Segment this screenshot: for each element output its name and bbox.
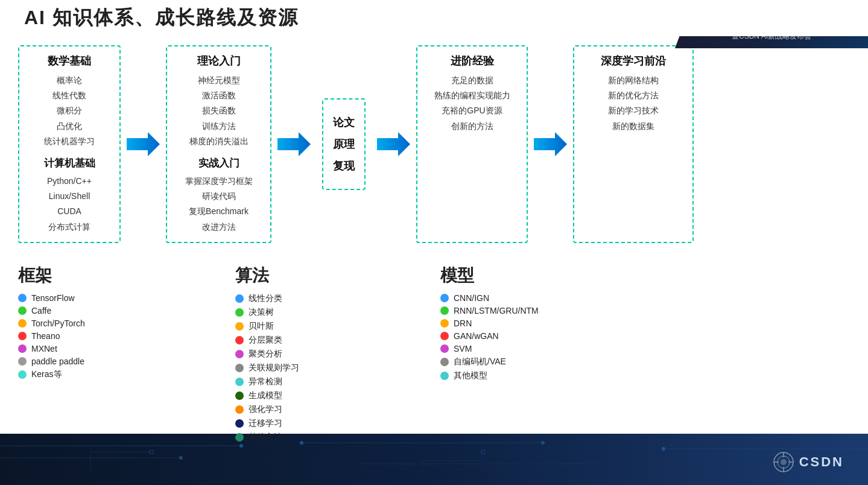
dot-gan (440, 332, 449, 340)
list-item: 分层聚类 (235, 335, 392, 346)
deep-item-1: 新的网络结构 (584, 73, 683, 88)
label-bayes: 贝叶斯 (249, 321, 274, 332)
advanced-item-4: 创新的方法 (427, 119, 517, 134)
list-item: Torch/PyTorch (18, 319, 187, 328)
svg-point-20 (781, 459, 787, 465)
algorithms-list: 线性分类 决策树 贝叶斯 分层聚类 聚类分析 (235, 293, 392, 443)
theory-item-1: 神经元模型 (177, 73, 261, 88)
paper-inner: 论文 原理 复现 (322, 98, 366, 190)
models-label: 模型 (440, 264, 633, 287)
dot-gen (235, 391, 244, 400)
dot-cluster (235, 336, 244, 344)
list-item: MXNet (18, 344, 187, 353)
frameworks-list: TensorFlow Caffe Torch/PyTorch Theano MX… (18, 293, 187, 380)
list-item: TensorFlow (18, 293, 187, 303)
deep-item-3: 新的学习技术 (584, 103, 683, 118)
arrow-1 (121, 45, 166, 243)
label-keras: Keras等 (31, 369, 62, 380)
dot-mxnet (18, 344, 27, 353)
cs-item-1: Python/C++ (29, 174, 110, 189)
dot-cnn (440, 294, 449, 302)
practice-item-4: 改进方法 (177, 220, 261, 235)
deep-learning-box: 深度学习前沿 新的网络结构 新的优化方法 新的学习技术 新的数据集 (573, 45, 694, 243)
math-foundation-box: 数学基础 概率论 线性代数 微积分 凸优化 统计机器学习 计算机基础 Pytho… (18, 45, 121, 243)
dot-caffe (18, 306, 27, 315)
list-item: 强化学习 (235, 404, 392, 415)
list-item: 其他模型 (440, 370, 633, 381)
frameworks-column: 框架 TensorFlow Caffe Torch/PyTorch Theano (18, 264, 187, 443)
math-item-5: 统计机器学习 (29, 134, 110, 149)
advanced-item-3: 充裕的GPU资源 (427, 103, 517, 118)
list-item: 异常检测 (235, 376, 392, 387)
list-item: 线性分类 (235, 293, 392, 304)
theory-title: 理论入门 (177, 54, 261, 68)
label-cluster2: 聚类分析 (249, 349, 282, 360)
arrow-4 (528, 45, 573, 243)
label-tensorflow: TensorFlow (31, 293, 75, 303)
practice-item-3: 复现Benchmark (177, 204, 261, 219)
deep-item-4: 新的数据集 (584, 119, 683, 134)
deep-item-2: 新的优化方法 (584, 88, 683, 103)
dot-anomaly (235, 378, 244, 386)
paper-text-1: 论文 (333, 112, 355, 133)
label-mxnet: MXNet (31, 344, 57, 353)
svg-point-7 (179, 456, 183, 460)
list-item: DRN (440, 319, 633, 328)
dot-rnn (440, 306, 449, 315)
svg-marker-16 (377, 132, 410, 156)
list-item: Theano (18, 331, 187, 341)
label-paddle: paddle paddle (31, 357, 84, 366)
label-vae: 自编码机/VAE (454, 357, 506, 367)
dot-cluster2 (235, 350, 244, 358)
flow-diagram: 数学基础 概率论 线性代数 微积分 凸优化 统计机器学习 计算机基础 Pytho… (12, 39, 856, 249)
cs-item-2: Linux/Shell (29, 189, 110, 204)
list-item: 其他方法 (235, 432, 392, 443)
label-rnn: RNN/LSTM/GRU/NTM (454, 306, 539, 315)
list-item: GAN/wGAN (440, 331, 633, 341)
cs-item-3: CUDA (29, 204, 110, 219)
dot-torch (18, 319, 27, 328)
dot-transfer (235, 419, 244, 428)
list-item: 关联规则学习 (235, 363, 392, 373)
paper-text-2: 原理 (333, 133, 355, 155)
label-svm: SVM (454, 344, 472, 353)
label-rl: 强化学习 (249, 404, 282, 415)
label-other-alg: 其他方法 (249, 432, 282, 443)
list-item: RNN/LSTM/GRU/NTM (440, 306, 633, 315)
dot-rl (235, 405, 244, 414)
dot-linear (235, 294, 244, 303)
list-item: 生成模型 (235, 390, 392, 401)
csdn-text-label: CSDN (799, 454, 844, 470)
page-title: AI 知识体系、成长路线及资源 (24, 5, 299, 31)
math-item-2: 线性代数 (29, 88, 110, 103)
list-item: 聚类分析 (235, 349, 392, 360)
paper-box: 论文 原理 复现 (317, 45, 371, 243)
math-item-3: 微积分 (29, 103, 110, 118)
label-assoc: 关联规则学习 (249, 363, 299, 373)
label-tree: 决策树 (249, 307, 274, 318)
dot-keras (18, 370, 27, 379)
theory-item-4: 训练方法 (177, 119, 261, 134)
frameworks-label: 框架 (18, 264, 187, 287)
deep-title: 深度学习前沿 (584, 54, 683, 68)
algorithms-column: 算法 线性分类 决策树 贝叶斯 分层聚类 (235, 264, 392, 443)
label-drn: DRN (454, 319, 472, 328)
list-item: 自编码机/VAE (440, 357, 633, 367)
dot-other-alg (235, 433, 244, 442)
dot-other-model (440, 372, 449, 380)
label-gen: 生成模型 (249, 390, 282, 401)
advanced-item-2: 熟练的编程实现能力 (427, 88, 517, 103)
label-torch: Torch/PyTorch (31, 319, 85, 328)
dot-tensorflow (18, 294, 27, 302)
list-item: 迁移学习 (235, 418, 392, 429)
list-item: paddle paddle (18, 357, 187, 366)
models-list: CNN/IGN RNN/LSTM/GRU/NTM DRN GAN/wGAN SV… (440, 293, 633, 381)
label-gan: GAN/wGAN (454, 331, 499, 341)
dot-bayes (235, 322, 244, 331)
dot-assoc (235, 364, 244, 372)
page-header: AI 知识体系、成长路线及资源 (0, 0, 868, 36)
list-item: 决策树 (235, 307, 392, 318)
theory-item-3: 损失函数 (177, 103, 261, 118)
label-transfer: 迁移学习 (249, 418, 282, 429)
list-item: Caffe (18, 306, 187, 315)
